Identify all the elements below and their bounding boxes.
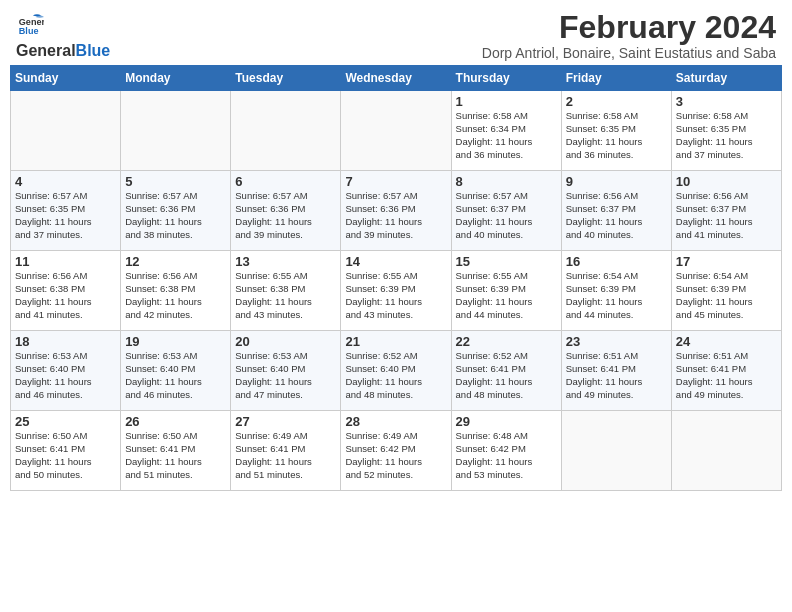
day-number: 15 [456, 254, 557, 269]
calendar-cell [341, 91, 451, 171]
calendar-week-row: 18Sunrise: 6:53 AMSunset: 6:40 PMDayligh… [11, 331, 782, 411]
title-block: February 2024 Dorp Antriol, Bonaire, Sai… [482, 10, 776, 61]
day-number: 19 [125, 334, 226, 349]
calendar-week-row: 1Sunrise: 6:58 AMSunset: 6:34 PMDaylight… [11, 91, 782, 171]
logo: General Blue General Blue [16, 10, 110, 60]
day-number: 9 [566, 174, 667, 189]
weekday-header-wednesday: Wednesday [341, 66, 451, 91]
day-number: 14 [345, 254, 446, 269]
calendar-cell: 9Sunrise: 6:56 AMSunset: 6:37 PMDaylight… [561, 171, 671, 251]
calendar-cell: 3Sunrise: 6:58 AMSunset: 6:35 PMDaylight… [671, 91, 781, 171]
day-info: Sunrise: 6:55 AMSunset: 6:38 PMDaylight:… [235, 270, 336, 321]
day-number: 22 [456, 334, 557, 349]
day-info: Sunrise: 6:58 AMSunset: 6:34 PMDaylight:… [456, 110, 557, 161]
day-info: Sunrise: 6:56 AMSunset: 6:38 PMDaylight:… [15, 270, 116, 321]
day-info: Sunrise: 6:57 AMSunset: 6:36 PMDaylight:… [345, 190, 446, 241]
calendar-cell: 25Sunrise: 6:50 AMSunset: 6:41 PMDayligh… [11, 411, 121, 491]
logo-icon: General Blue [16, 10, 44, 38]
weekday-header-sunday: Sunday [11, 66, 121, 91]
calendar-cell: 26Sunrise: 6:50 AMSunset: 6:41 PMDayligh… [121, 411, 231, 491]
day-number: 11 [15, 254, 116, 269]
day-number: 25 [15, 414, 116, 429]
weekday-header-tuesday: Tuesday [231, 66, 341, 91]
day-info: Sunrise: 6:55 AMSunset: 6:39 PMDaylight:… [456, 270, 557, 321]
calendar-title: February 2024 [482, 10, 776, 45]
day-number: 18 [15, 334, 116, 349]
svg-text:Blue: Blue [19, 26, 39, 36]
calendar-week-row: 4Sunrise: 6:57 AMSunset: 6:35 PMDaylight… [11, 171, 782, 251]
calendar-cell: 21Sunrise: 6:52 AMSunset: 6:40 PMDayligh… [341, 331, 451, 411]
day-number: 8 [456, 174, 557, 189]
day-number: 24 [676, 334, 777, 349]
day-number: 5 [125, 174, 226, 189]
day-info: Sunrise: 6:57 AMSunset: 6:36 PMDaylight:… [125, 190, 226, 241]
logo-blue-text: Blue [76, 42, 111, 60]
day-number: 16 [566, 254, 667, 269]
day-info: Sunrise: 6:53 AMSunset: 6:40 PMDaylight:… [235, 350, 336, 401]
calendar-location: Dorp Antriol, Bonaire, Saint Eustatius a… [482, 45, 776, 61]
calendar-cell: 6Sunrise: 6:57 AMSunset: 6:36 PMDaylight… [231, 171, 341, 251]
weekday-header-saturday: Saturday [671, 66, 781, 91]
day-info: Sunrise: 6:54 AMSunset: 6:39 PMDaylight:… [676, 270, 777, 321]
calendar-cell [671, 411, 781, 491]
day-info: Sunrise: 6:57 AMSunset: 6:37 PMDaylight:… [456, 190, 557, 241]
page-header: General Blue General Blue February 2024 … [0, 0, 792, 65]
day-number: 21 [345, 334, 446, 349]
calendar-cell: 11Sunrise: 6:56 AMSunset: 6:38 PMDayligh… [11, 251, 121, 331]
day-number: 2 [566, 94, 667, 109]
day-info: Sunrise: 6:49 AMSunset: 6:42 PMDaylight:… [345, 430, 446, 481]
logo-general-text: General [16, 42, 76, 60]
day-number: 13 [235, 254, 336, 269]
calendar-cell: 7Sunrise: 6:57 AMSunset: 6:36 PMDaylight… [341, 171, 451, 251]
calendar-cell [231, 91, 341, 171]
day-info: Sunrise: 6:51 AMSunset: 6:41 PMDaylight:… [676, 350, 777, 401]
calendar-table: SundayMondayTuesdayWednesdayThursdayFrid… [10, 65, 782, 491]
calendar-week-row: 25Sunrise: 6:50 AMSunset: 6:41 PMDayligh… [11, 411, 782, 491]
calendar-cell: 22Sunrise: 6:52 AMSunset: 6:41 PMDayligh… [451, 331, 561, 411]
day-info: Sunrise: 6:56 AMSunset: 6:38 PMDaylight:… [125, 270, 226, 321]
day-info: Sunrise: 6:58 AMSunset: 6:35 PMDaylight:… [566, 110, 667, 161]
day-info: Sunrise: 6:57 AMSunset: 6:36 PMDaylight:… [235, 190, 336, 241]
calendar-cell: 16Sunrise: 6:54 AMSunset: 6:39 PMDayligh… [561, 251, 671, 331]
day-info: Sunrise: 6:50 AMSunset: 6:41 PMDaylight:… [125, 430, 226, 481]
calendar: SundayMondayTuesdayWednesdayThursdayFrid… [0, 65, 792, 495]
calendar-cell: 19Sunrise: 6:53 AMSunset: 6:40 PMDayligh… [121, 331, 231, 411]
calendar-cell: 5Sunrise: 6:57 AMSunset: 6:36 PMDaylight… [121, 171, 231, 251]
day-info: Sunrise: 6:55 AMSunset: 6:39 PMDaylight:… [345, 270, 446, 321]
calendar-cell: 24Sunrise: 6:51 AMSunset: 6:41 PMDayligh… [671, 331, 781, 411]
day-info: Sunrise: 6:57 AMSunset: 6:35 PMDaylight:… [15, 190, 116, 241]
calendar-cell: 2Sunrise: 6:58 AMSunset: 6:35 PMDaylight… [561, 91, 671, 171]
day-number: 3 [676, 94, 777, 109]
calendar-cell: 1Sunrise: 6:58 AMSunset: 6:34 PMDaylight… [451, 91, 561, 171]
day-number: 12 [125, 254, 226, 269]
day-number: 27 [235, 414, 336, 429]
calendar-cell [121, 91, 231, 171]
day-info: Sunrise: 6:54 AMSunset: 6:39 PMDaylight:… [566, 270, 667, 321]
day-number: 28 [345, 414, 446, 429]
day-number: 7 [345, 174, 446, 189]
day-info: Sunrise: 6:50 AMSunset: 6:41 PMDaylight:… [15, 430, 116, 481]
calendar-cell: 10Sunrise: 6:56 AMSunset: 6:37 PMDayligh… [671, 171, 781, 251]
weekday-header-thursday: Thursday [451, 66, 561, 91]
day-number: 29 [456, 414, 557, 429]
calendar-cell: 23Sunrise: 6:51 AMSunset: 6:41 PMDayligh… [561, 331, 671, 411]
day-info: Sunrise: 6:53 AMSunset: 6:40 PMDaylight:… [15, 350, 116, 401]
day-info: Sunrise: 6:53 AMSunset: 6:40 PMDaylight:… [125, 350, 226, 401]
day-info: Sunrise: 6:56 AMSunset: 6:37 PMDaylight:… [676, 190, 777, 241]
calendar-cell: 18Sunrise: 6:53 AMSunset: 6:40 PMDayligh… [11, 331, 121, 411]
day-info: Sunrise: 6:52 AMSunset: 6:40 PMDaylight:… [345, 350, 446, 401]
day-info: Sunrise: 6:58 AMSunset: 6:35 PMDaylight:… [676, 110, 777, 161]
calendar-cell: 17Sunrise: 6:54 AMSunset: 6:39 PMDayligh… [671, 251, 781, 331]
day-number: 1 [456, 94, 557, 109]
day-number: 10 [676, 174, 777, 189]
calendar-cell: 20Sunrise: 6:53 AMSunset: 6:40 PMDayligh… [231, 331, 341, 411]
calendar-cell: 12Sunrise: 6:56 AMSunset: 6:38 PMDayligh… [121, 251, 231, 331]
day-info: Sunrise: 6:56 AMSunset: 6:37 PMDaylight:… [566, 190, 667, 241]
weekday-header-row: SundayMondayTuesdayWednesdayThursdayFrid… [11, 66, 782, 91]
calendar-cell: 28Sunrise: 6:49 AMSunset: 6:42 PMDayligh… [341, 411, 451, 491]
calendar-cell: 14Sunrise: 6:55 AMSunset: 6:39 PMDayligh… [341, 251, 451, 331]
calendar-cell: 29Sunrise: 6:48 AMSunset: 6:42 PMDayligh… [451, 411, 561, 491]
calendar-cell [11, 91, 121, 171]
day-info: Sunrise: 6:51 AMSunset: 6:41 PMDaylight:… [566, 350, 667, 401]
day-number: 4 [15, 174, 116, 189]
